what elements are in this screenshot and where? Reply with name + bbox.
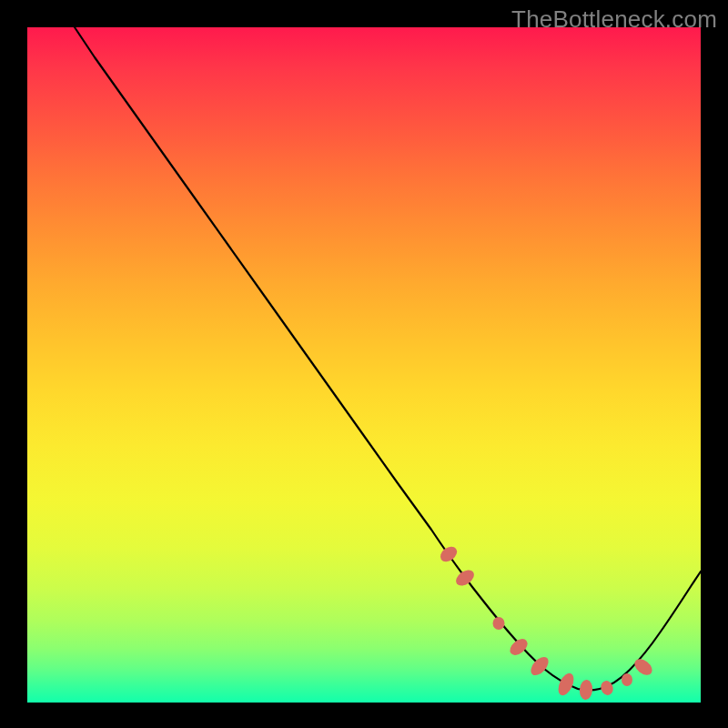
marker-6 <box>555 671 577 697</box>
plot-area <box>27 27 701 703</box>
watermark-text: TheBottleneck.com <box>511 5 717 34</box>
marker-10 <box>632 656 655 679</box>
marker-7 <box>579 679 593 700</box>
marker-2 <box>453 567 477 589</box>
marker-1 <box>438 543 460 564</box>
marker-3 <box>493 617 505 630</box>
marker-8 <box>599 679 614 696</box>
bottleneck-curve <box>75 27 701 691</box>
marker-4 <box>507 636 531 659</box>
marker-9 <box>622 673 632 686</box>
chart-frame: TheBottleneck.com <box>0 0 728 728</box>
curve-layer <box>27 27 701 703</box>
